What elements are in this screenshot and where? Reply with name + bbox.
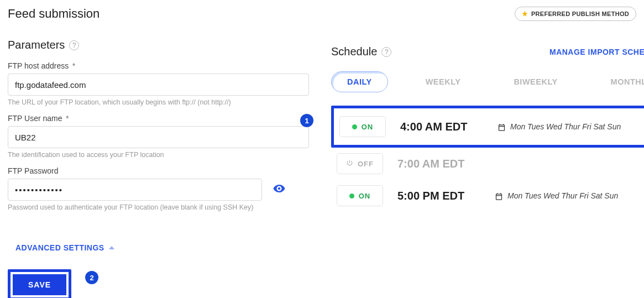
tab-weekly[interactable]: WEEKLY: [410, 72, 477, 92]
ftp-host-label: FTP host address *: [8, 61, 309, 70]
tab-biweekly[interactable]: BIWEEKLY: [498, 72, 573, 92]
page-title: Feed submission: [8, 7, 100, 21]
help-icon[interactable]: ?: [69, 40, 79, 50]
ftp-user-input[interactable]: [8, 126, 309, 148]
badge-text: PREFERRED PUBLISH METHOD: [531, 11, 629, 17]
ftp-host-input[interactable]: [8, 74, 309, 96]
schedule-time: 7:00 AM EDT: [397, 158, 480, 170]
calendar-icon: [495, 192, 503, 201]
advanced-settings-toggle[interactable]: ADVANCED SETTINGS: [15, 243, 114, 252]
caret-up-icon: [109, 246, 114, 249]
schedule-slot: ON 4:00 AM EDT Mon Tues Wed Thur Fri Sat…: [331, 106, 644, 148]
preferred-publish-badge: ★ PREFERRED PUBLISH METHOD: [515, 7, 636, 21]
star-icon: ★: [522, 10, 528, 18]
ftp-password-label: FTP Password: [8, 166, 309, 175]
ftp-password-hint: Password used to authenticate your FTP l…: [8, 203, 309, 211]
eye-icon[interactable]: [273, 185, 285, 196]
status-dot-icon: [352, 124, 357, 129]
schedule-days: Mon Tues Wed Thur Fri Sat Sun: [498, 122, 621, 131]
schedule-slot: OFF 7:00 AM EDT: [331, 148, 644, 180]
callout-marker-2: 2: [85, 271, 98, 284]
svg-point-0: [278, 187, 280, 190]
callout-marker-1: 1: [300, 114, 313, 127]
ftp-host-hint: The URL of your FTP location, which usua…: [8, 98, 309, 106]
schedule-time: 5:00 PM EDT: [397, 190, 480, 202]
tab-daily[interactable]: DAILY: [331, 71, 388, 92]
power-icon: [346, 159, 353, 168]
schedule-days: Mon Tues Wed Thur Fri Sat Sun: [495, 191, 618, 200]
schedule-toggle[interactable]: ON: [339, 116, 386, 137]
ftp-password-input[interactable]: [8, 179, 262, 201]
schedule-toggle[interactable]: OFF: [337, 153, 383, 174]
schedule-time: 4:00 AM EDT: [400, 121, 483, 133]
save-button[interactable]: SAVE: [13, 274, 66, 295]
parameters-title: Parameters: [8, 39, 65, 51]
manage-import-schedule-link[interactable]: MANAGE IMPORT SCHEDULE: [549, 48, 644, 56]
calendar-icon: [498, 123, 506, 132]
ftp-user-label: FTP User name *: [8, 114, 309, 123]
ftp-user-hint: The identification used to access your F…: [8, 151, 309, 159]
schedule-title: Schedule: [331, 45, 377, 58]
status-dot-icon: [349, 194, 354, 198]
tab-monthly[interactable]: MONTHLY: [595, 72, 644, 92]
help-icon[interactable]: ?: [381, 47, 391, 57]
schedule-slot: ON 5:00 PM EDT Mon Tues Wed Thur Fri Sat…: [331, 180, 644, 212]
schedule-toggle[interactable]: ON: [337, 185, 383, 206]
save-highlight: SAVE: [8, 269, 71, 298]
